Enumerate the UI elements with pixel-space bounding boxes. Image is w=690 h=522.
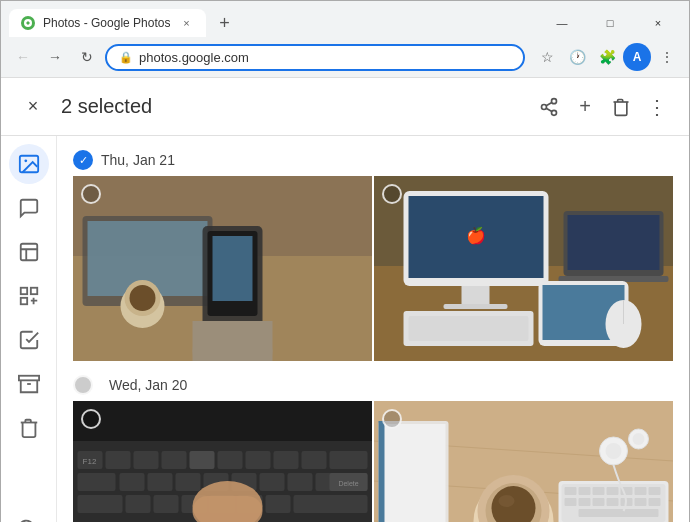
window-controls: — □ × <box>539 7 681 39</box>
sidebar-item-trash[interactable] <box>9 408 49 448</box>
date-label-jan21: Thu, Jan 21 <box>101 152 175 168</box>
photo-checkbox-p4[interactable] <box>382 409 402 429</box>
photo-checkbox-p2[interactable] <box>382 184 402 204</box>
svg-rect-45 <box>106 451 131 469</box>
svg-rect-11 <box>20 298 26 304</box>
svg-point-111 <box>633 433 645 445</box>
svg-rect-50 <box>246 451 271 469</box>
selection-count: 2 selected <box>61 95 521 118</box>
sidebar-item-cloud[interactable] <box>9 508 49 522</box>
date-group-jan20: Wed, Jan 20 <box>57 369 689 522</box>
photo-image-p1 <box>73 176 372 361</box>
svg-rect-46 <box>134 451 159 469</box>
svg-rect-31 <box>462 286 490 304</box>
svg-rect-106 <box>649 498 661 506</box>
photo-item-p4[interactable] <box>374 401 673 522</box>
photo-item-p2[interactable]: 🍎 <box>374 176 673 361</box>
more-options-button[interactable]: ⋮ <box>641 91 673 123</box>
svg-rect-61 <box>260 473 285 491</box>
svg-rect-8 <box>20 244 37 261</box>
svg-rect-96 <box>607 487 619 495</box>
sidebar-item-favorites[interactable] <box>9 320 49 360</box>
browser-toolbar: ☆ 🕐 🧩 A ⋮ <box>533 43 681 71</box>
svg-rect-95 <box>593 487 605 495</box>
svg-point-1 <box>552 98 557 103</box>
svg-rect-99 <box>649 487 661 495</box>
svg-point-109 <box>606 443 622 459</box>
svg-rect-32 <box>444 304 508 309</box>
date-select-check-jan21[interactable]: ✓ <box>73 150 93 170</box>
new-tab-button[interactable]: + <box>210 9 238 37</box>
photo-checkbox-p1[interactable] <box>81 184 101 204</box>
date-select-check-jan20[interactable] <box>73 375 93 395</box>
app-header: × 2 selected + ⋮ <box>1 78 689 136</box>
header-actions: + ⋮ <box>533 91 673 123</box>
svg-rect-84 <box>379 421 385 522</box>
svg-rect-64 <box>78 495 123 513</box>
svg-rect-102 <box>593 498 605 506</box>
svg-rect-57 <box>148 473 173 491</box>
svg-point-7 <box>24 159 27 162</box>
photo-checkbox-p3[interactable] <box>81 409 101 429</box>
photos-app: ✓ Thu, Jan 21 <box>1 136 689 522</box>
svg-rect-103 <box>607 498 619 506</box>
reload-button[interactable]: ↻ <box>73 43 101 71</box>
minimize-button[interactable]: — <box>539 7 585 39</box>
bookmark-button[interactable]: ☆ <box>533 43 561 71</box>
svg-line-4 <box>546 108 552 111</box>
profile-button[interactable]: A <box>623 43 651 71</box>
svg-point-3 <box>552 110 557 115</box>
svg-rect-105 <box>635 498 647 506</box>
history-button[interactable]: 🕐 <box>563 43 591 71</box>
photo-item-p1[interactable] <box>73 176 372 361</box>
svg-line-5 <box>546 102 552 105</box>
sidebar-item-utilities[interactable] <box>9 276 49 316</box>
svg-rect-107 <box>579 509 659 517</box>
svg-rect-66 <box>154 495 179 513</box>
lock-icon: 🔒 <box>119 51 133 64</box>
svg-rect-55 <box>78 473 116 491</box>
sidebar <box>1 136 57 522</box>
browser-window: Photos - Google Photos × + — □ × ← → ↻ 🔒… <box>0 0 690 522</box>
sidebar-item-photos[interactable] <box>9 144 49 184</box>
delete-button[interactable] <box>605 91 637 123</box>
photo-grid-jan20: F12 <box>57 401 689 522</box>
close-window-button[interactable]: × <box>635 7 681 39</box>
svg-text:🍎: 🍎 <box>466 226 486 245</box>
svg-rect-34 <box>568 215 660 270</box>
tab-close-button[interactable]: × <box>178 15 194 31</box>
sidebar-item-albums[interactable] <box>9 232 49 272</box>
svg-text:F12: F12 <box>83 457 97 466</box>
forward-button[interactable]: → <box>41 43 69 71</box>
svg-rect-12 <box>18 376 38 381</box>
svg-rect-51 <box>274 451 299 469</box>
photo-item-p3[interactable]: F12 <box>73 401 372 522</box>
svg-rect-37 <box>409 316 529 341</box>
sidebar-item-archive[interactable] <box>9 364 49 404</box>
back-button[interactable]: ← <box>9 43 37 71</box>
svg-rect-10 <box>30 288 36 294</box>
svg-point-20 <box>130 285 156 311</box>
svg-rect-101 <box>579 498 591 506</box>
date-label-jan20: Wed, Jan 20 <box>109 377 187 393</box>
date-group-jan21: ✓ Thu, Jan 21 <box>57 144 689 361</box>
browser-tab[interactable]: Photos - Google Photos × <box>9 9 206 37</box>
svg-rect-49 <box>218 451 243 469</box>
svg-rect-62 <box>288 473 313 491</box>
add-to-button[interactable]: + <box>569 91 601 123</box>
photo-image-p4 <box>374 401 673 522</box>
maximize-button[interactable]: □ <box>587 7 633 39</box>
url-text: photos.google.com <box>139 50 511 65</box>
extensions-button[interactable]: 🧩 <box>593 43 621 71</box>
photo-image-p3: F12 <box>73 401 372 522</box>
svg-rect-98 <box>635 487 647 495</box>
close-selection-button[interactable]: × <box>17 91 49 123</box>
menu-button[interactable]: ⋮ <box>653 43 681 71</box>
svg-point-2 <box>542 104 547 109</box>
svg-rect-93 <box>565 487 577 495</box>
share-button[interactable] <box>533 91 565 123</box>
svg-rect-70 <box>266 495 291 513</box>
svg-rect-25 <box>193 321 273 361</box>
sidebar-item-explore[interactable] <box>9 188 49 228</box>
address-bar[interactable]: 🔒 photos.google.com <box>105 44 525 71</box>
